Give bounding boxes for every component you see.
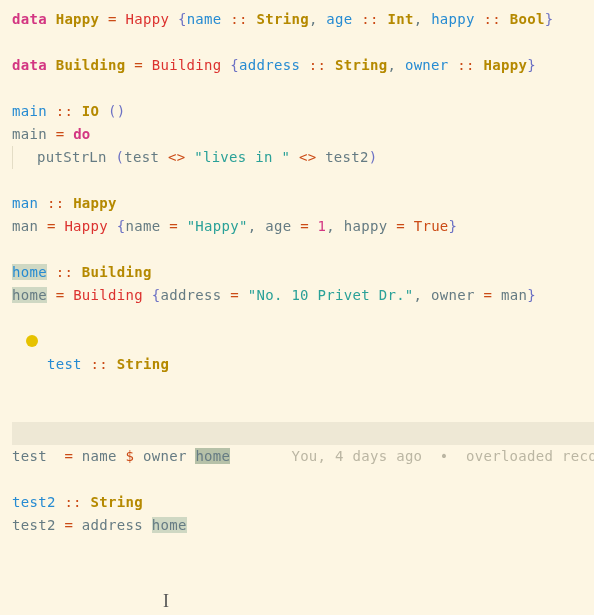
- string-literal: "Happy": [187, 218, 248, 234]
- equals-op: =: [169, 218, 178, 234]
- constructor-happy: Happy: [126, 11, 170, 27]
- type-happy: Happy: [484, 57, 528, 73]
- open-brace: {: [178, 11, 187, 27]
- close-brace: }: [449, 218, 458, 234]
- var-test2: test2: [325, 149, 369, 165]
- code-line[interactable]: test2 = address home: [12, 514, 594, 537]
- type-building: Building: [56, 57, 126, 73]
- type-string: String: [335, 57, 387, 73]
- code-line[interactable]: home :: Building: [12, 261, 594, 284]
- code-line[interactable]: putStrLn (test <> "lives in " <> test2): [12, 146, 594, 169]
- open-paren: (: [116, 149, 125, 165]
- code-line[interactable]: test2 :: String: [12, 491, 594, 514]
- type-happy: Happy: [73, 195, 117, 211]
- var-home: home: [152, 517, 187, 533]
- comma: ,: [414, 11, 423, 27]
- equals-op: =: [300, 218, 309, 234]
- var-test: test: [124, 149, 159, 165]
- constructor-building: Building: [73, 287, 143, 303]
- dollar-op: $: [126, 448, 135, 464]
- field-name: name: [187, 11, 222, 27]
- lightbulb-icon[interactable]: [26, 335, 38, 347]
- fn-home-def: home: [12, 287, 47, 303]
- code-line[interactable]: data Building = Building {address :: Str…: [12, 54, 594, 77]
- type-int: Int: [387, 11, 413, 27]
- blank-line[interactable]: [12, 31, 594, 54]
- double-colon-op: ::: [56, 264, 73, 280]
- double-colon-op: ::: [309, 57, 326, 73]
- var-home: home: [195, 448, 230, 464]
- field-age: age: [265, 218, 291, 234]
- blank-line[interactable]: [12, 307, 594, 330]
- fn-putstrln: putStrLn: [37, 149, 107, 165]
- open-brace: {: [230, 57, 239, 73]
- keyword-data: data: [12, 11, 47, 27]
- close-paren: ): [369, 149, 378, 165]
- fn-man: man: [12, 195, 38, 211]
- code-line[interactable]: main :: IO (): [12, 100, 594, 123]
- field-name: name: [126, 218, 161, 234]
- field-owner: owner: [405, 57, 449, 73]
- fn-test-def: test: [12, 448, 47, 464]
- keyword-do: do: [73, 126, 90, 142]
- comma: ,: [326, 218, 335, 234]
- close-brace: }: [527, 287, 536, 303]
- field-address: address: [160, 287, 221, 303]
- field-owner: owner: [431, 287, 475, 303]
- double-colon-op: ::: [361, 11, 378, 27]
- comma: ,: [387, 57, 396, 73]
- string-literal: "lives in ": [194, 149, 290, 165]
- equals-op: =: [64, 517, 73, 533]
- fn-owner: owner: [143, 448, 187, 464]
- equals-op: =: [108, 11, 117, 27]
- concat-op: <>: [299, 149, 316, 165]
- code-line[interactable]: main = do: [12, 123, 594, 146]
- blank-line[interactable]: [12, 77, 594, 100]
- field-happy: happy: [344, 218, 388, 234]
- equals-op: =: [56, 126, 65, 142]
- double-colon-op: ::: [484, 11, 501, 27]
- equals-op: =: [47, 218, 56, 234]
- double-colon-op: ::: [47, 195, 64, 211]
- double-colon-op: ::: [230, 11, 247, 27]
- blank-line[interactable]: [12, 238, 594, 261]
- string-literal: "No. 10 Privet Dr.": [248, 287, 414, 303]
- indent-guide: [12, 146, 13, 169]
- equals-op: =: [56, 287, 65, 303]
- equals-op: =: [483, 287, 492, 303]
- fn-name: name: [82, 448, 117, 464]
- comma: ,: [309, 11, 318, 27]
- fn-main-def: main: [12, 126, 47, 142]
- code-line[interactable]: home = Building {address = "No. 10 Prive…: [12, 284, 594, 307]
- code-line[interactable]: man :: Happy: [12, 192, 594, 215]
- git-blame-annotation: [230, 448, 291, 464]
- fn-main: main: [12, 103, 47, 119]
- code-line[interactable]: man = Happy {name = "Happy", age = 1, ha…: [12, 215, 594, 238]
- code-line-current[interactable]: test = name $ owner home You, 4 days ago…: [12, 376, 594, 468]
- equals-op: =: [230, 287, 239, 303]
- double-colon-op: ::: [457, 57, 474, 73]
- var-man: man: [501, 287, 527, 303]
- code-editor[interactable]: data Happy = Happy {name :: String, age …: [0, 0, 594, 537]
- text-cursor-icon: I: [163, 590, 169, 613]
- close-brace: }: [545, 11, 554, 27]
- unit-type: (): [108, 103, 125, 119]
- current-line-highlight: [12, 422, 594, 445]
- comma: ,: [414, 287, 423, 303]
- type-string: String: [91, 494, 143, 510]
- constructor-building: Building: [152, 57, 222, 73]
- bool-true: True: [414, 218, 449, 234]
- concat-op: <>: [168, 149, 185, 165]
- code-line[interactable]: data Happy = Happy {name :: String, age …: [12, 8, 594, 31]
- keyword-data: data: [12, 57, 47, 73]
- blank-line[interactable]: [12, 468, 594, 491]
- type-io: IO: [82, 103, 99, 119]
- field-age: age: [326, 11, 352, 27]
- fn-test: test: [47, 356, 82, 372]
- blank-line[interactable]: [12, 169, 594, 192]
- fn-test2-def: test2: [12, 517, 56, 533]
- fn-address: address: [82, 517, 143, 533]
- code-line[interactable]: test :: String: [12, 330, 594, 376]
- type-bool: Bool: [510, 11, 545, 27]
- equals-op: =: [396, 218, 405, 234]
